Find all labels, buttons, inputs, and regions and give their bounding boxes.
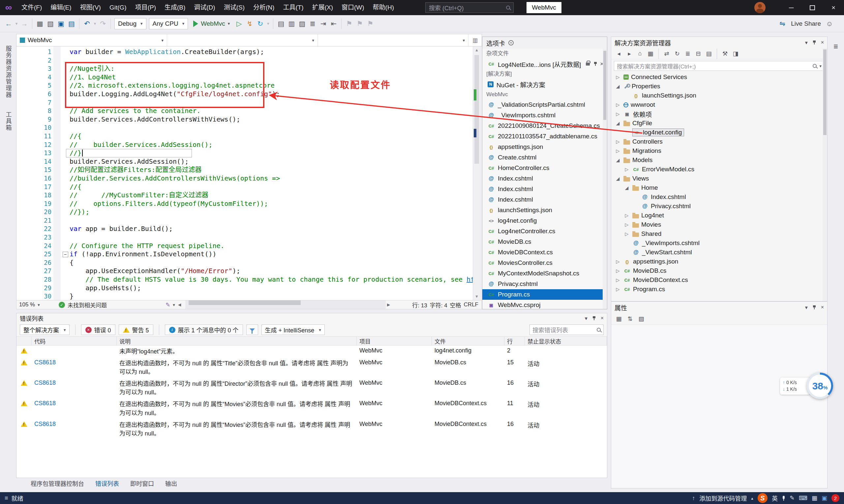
scrollbar-thumb[interactable]	[603, 51, 606, 120]
code-line-11[interactable]: 11//{	[16, 132, 473, 141]
flyout-item[interactable]: @Index.cshtml	[482, 194, 607, 205]
error-row[interactable]: CS8618在退出构造函数时，不可为 null 的 属性“Director”必须…	[16, 378, 607, 398]
code-line-6[interactable]: 6builder.Logging.AddLog4Net("CfgFile/log…	[16, 90, 473, 98]
tree-item-Models[interactable]: ◢Models	[611, 156, 827, 165]
chevron-collapsed-icon[interactable]: ▷	[615, 74, 621, 80]
member-dropdown[interactable]: ▾	[318, 34, 468, 46]
tree-item-log4net.config[interactable]: <>log4net.config	[611, 128, 827, 137]
flyout-item[interactable]: @_ViewImports.cshtml	[482, 110, 607, 121]
chevron-expanded-icon[interactable]: ◢	[615, 84, 621, 89]
line-indicator[interactable]: 行: 13	[412, 301, 427, 309]
window-menu-icon[interactable]: ▾	[805, 304, 808, 311]
space-indicator[interactable]: 空格	[450, 301, 461, 309]
start-debugging-button[interactable]: WebMvc ▾	[190, 18, 233, 29]
notification-badge[interactable]: 2	[831, 494, 839, 502]
code-line-7[interactable]: 7	[16, 98, 473, 107]
sync-active-document-icon[interactable]: ⇄	[662, 49, 672, 59]
properties-wrench-icon[interactable]: ⚒	[720, 49, 730, 59]
pin-icon[interactable]	[593, 61, 597, 66]
menu-item-文件(F)[interactable]: 文件(F)	[17, 0, 46, 15]
menu-item-项目(P)[interactable]: 项目(P)	[131, 0, 160, 15]
code-line-15[interactable]: 15//如何配置过滤器Filters:配置全局过滤器	[16, 166, 473, 174]
error-row[interactable]: CS8618在退出构造函数时，不可为 null 的 属性“Title”必须包含非…	[16, 357, 607, 378]
nav-back-icon[interactable]: ←	[3, 17, 14, 30]
chevron-collapsed-icon[interactable]: ▷	[615, 277, 621, 283]
code-line-18[interactable]: 18// //MyCustomFilter:自定义过滤器	[16, 191, 473, 200]
undo-caret-icon[interactable]: ▾	[92, 17, 98, 30]
pin-icon[interactable]	[812, 305, 816, 310]
close-button[interactable]: ×	[823, 0, 844, 15]
show-all-files-icon[interactable]: ▤	[704, 49, 714, 59]
flyout-item[interactable]: C#20221009080124_CreateSchema.cs	[482, 121, 607, 131]
line-column-icon[interactable]: ▨	[297, 17, 307, 30]
collapse-icon[interactable]: −	[63, 252, 68, 257]
feedback-icon[interactable]: ☺	[824, 17, 835, 30]
source-select[interactable]: 生成 + IntelliSense ▾	[261, 324, 325, 335]
flyout-item[interactable]: C#20221011035547_addtablename.cs	[482, 131, 607, 142]
notifications-icon[interactable]: ≣	[828, 41, 844, 51]
flyout-item[interactable]: {}launchSettings.json	[482, 205, 607, 215]
property-pages-icon[interactable]: ▧	[636, 314, 646, 324]
flyout-item[interactable]: C#HomeController.cs	[482, 163, 607, 173]
code-line-22[interactable]: 22var app = builder.Build();	[16, 224, 473, 233]
editor-vertical-scrollbar[interactable]: ▲ ▼	[473, 47, 480, 300]
editor-horizontal-scrollbar[interactable]	[185, 301, 386, 309]
code-line-4[interactable]: 4//1、Log4Net	[16, 73, 473, 82]
nav-back-caret-icon[interactable]: ▾	[14, 17, 19, 30]
error-row[interactable]: 未声明“log4net”元素。WebMvclog4net.config2	[16, 345, 607, 357]
code-line-30[interactable]: 30}	[16, 292, 473, 300]
filter-button[interactable]	[246, 324, 258, 335]
scroll-left-icon[interactable]: ◀	[178, 301, 181, 309]
tree-item-Log4net[interactable]: ▷Log4net	[611, 211, 827, 220]
scroll-right-icon[interactable]: ▶	[387, 301, 390, 309]
tree-item-MovieDB.cs[interactable]: ▷C#MovieDB.cs	[611, 266, 827, 275]
column-header-文件[interactable]: 文件	[432, 337, 504, 345]
flyout-item[interactable]: NNuGet - 解决方案	[482, 79, 607, 90]
code-editor[interactable]: 1var builder = WebApplication.CreateBuil…	[16, 47, 473, 300]
flyout-item[interactable]: @_ValidationScriptsPartial.cshtml	[482, 100, 607, 110]
hot-reload-icon[interactable]: ↯	[244, 17, 255, 30]
code-line-25[interactable]: 25−if (!app.Environment.IsDevelopment())	[16, 250, 473, 258]
flyout-item[interactable]: C#MyContextModelSnapshot.cs	[482, 268, 607, 279]
code-line-23[interactable]: 23	[16, 233, 473, 242]
chevron-collapsed-icon[interactable]: ▷	[615, 111, 621, 116]
forward-icon[interactable]: ▸	[624, 49, 634, 59]
menu-item-分析(N)[interactable]: 分析(N)	[249, 0, 279, 15]
warnings-filter-button[interactable]: 警告 5	[119, 324, 153, 335]
flyout-item[interactable]: @Index.cshtml	[482, 184, 607, 194]
chevron-collapsed-icon[interactable]: ▷	[623, 222, 630, 227]
tree-item-Views[interactable]: ◢Views	[611, 174, 827, 183]
code-line-1[interactable]: 1var builder = WebApplication.CreateBuil…	[16, 48, 473, 56]
dock-tab-错误列表[interactable]: 错误列表	[95, 479, 119, 488]
menu-item-生成(B)[interactable]: 生成(B)	[160, 0, 190, 15]
bookmark-icon[interactable]: ⚑	[344, 17, 355, 30]
solution-explorer-search[interactable]: 搜索解决方案资源管理器(Ctrl+;) ▾	[614, 61, 825, 71]
code-line-26[interactable]: 26{	[16, 258, 473, 267]
home-icon[interactable]: ⌂	[635, 49, 645, 59]
chevron-collapsed-icon[interactable]: ▷	[623, 231, 630, 236]
indent-icon[interactable]: ⇥	[318, 17, 328, 30]
flyout-item[interactable]: C#MovieDB.cs	[482, 236, 607, 247]
flyout-item[interactable]: ▣WebMvc.csproj	[482, 300, 607, 309]
project-dropdown[interactable]: WebMvc ▾	[16, 34, 167, 46]
nav-forward-icon[interactable]: →	[19, 17, 30, 30]
messages-filter-button[interactable]: i 展示 1 个消息中的 0 个	[165, 324, 243, 335]
toolbox-tab[interactable]: 工具箱	[4, 111, 13, 131]
comment-icon[interactable]: ▥	[286, 17, 297, 30]
collapse-all-icon[interactable]: ⊟	[693, 49, 703, 59]
sogou-logo-icon[interactable]: S	[758, 493, 768, 503]
tree-item-Home[interactable]: ◢Home	[611, 183, 827, 192]
live-share-icon[interactable]: ⇋	[777, 17, 788, 30]
alphabetical-icon[interactable]: ⇅	[625, 314, 635, 324]
tree-item-Movies[interactable]: ▷Movies	[611, 220, 827, 229]
minimize-button[interactable]: ─	[781, 0, 802, 15]
tree-item-MovieDBContext.cs[interactable]: ▷C#MovieDBContext.cs	[611, 275, 827, 285]
refresh-caret-icon[interactable]: ▾	[265, 17, 271, 30]
code-line-3[interactable]: 3//Nuget引入:	[16, 65, 473, 73]
prev-bookmark-icon[interactable]: ⚑	[355, 17, 365, 30]
chevron-expanded-icon[interactable]: ◢	[623, 185, 630, 191]
error-search-box[interactable]: 搜索错误列表	[530, 324, 604, 335]
outdent-icon[interactable]: ⇤	[328, 17, 339, 30]
split-window-icon[interactable]: ▥	[468, 34, 482, 46]
switch-views-icon[interactable]: ▦	[645, 49, 655, 59]
